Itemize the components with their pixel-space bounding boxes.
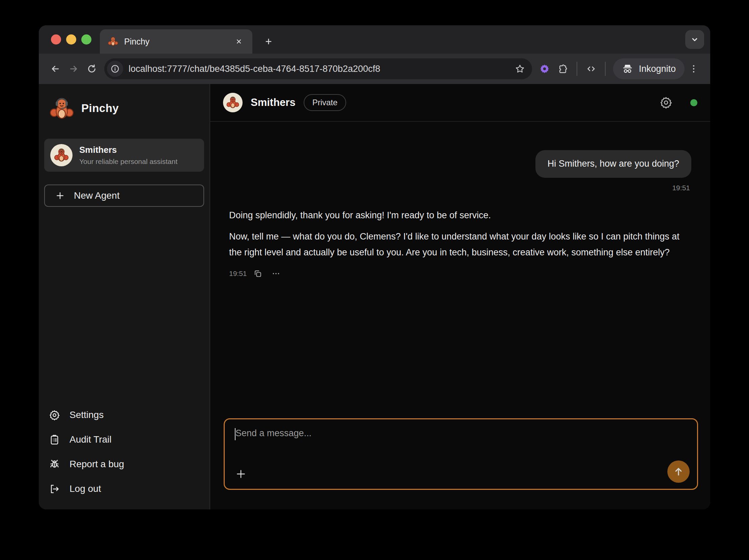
message-more-button[interactable] bbox=[269, 266, 283, 281]
gear-icon bbox=[660, 96, 672, 109]
toolbar-divider bbox=[605, 62, 606, 76]
agent-subtitle: Your reliable personal assistant bbox=[79, 157, 177, 166]
clipboard-icon bbox=[49, 434, 60, 445]
code-icon bbox=[586, 64, 596, 74]
agent-meta: Smithers Your reliable personal assistan… bbox=[79, 145, 177, 166]
message-input[interactable] bbox=[225, 419, 697, 489]
dots-vertical-icon bbox=[689, 64, 699, 74]
user-message-timestamp: 19:51 bbox=[672, 184, 690, 192]
ellipsis-icon bbox=[271, 269, 281, 278]
sidebar-item-label: Log out bbox=[69, 483, 101, 494]
sidebar-item-log-out[interactable]: Log out bbox=[49, 478, 199, 499]
new-tab-button[interactable] bbox=[260, 33, 277, 50]
sidebar-item-label: Audit Trail bbox=[69, 434, 112, 445]
message-list: Hi Smithers, how are you doing? 19:51 Do… bbox=[210, 122, 710, 418]
new-agent-label: New Agent bbox=[74, 190, 120, 201]
incognito-label: Inkognito bbox=[639, 64, 676, 74]
info-icon bbox=[110, 64, 120, 73]
online-status-dot bbox=[690, 99, 698, 106]
window-controls bbox=[51, 35, 91, 45]
bug-icon bbox=[49, 459, 60, 470]
arrow-up-icon bbox=[673, 466, 684, 477]
tab-strip: Pinchy bbox=[39, 25, 710, 53]
page-content: Pinchy bbox=[39, 84, 710, 510]
sidebar-item-settings[interactable]: Settings bbox=[49, 405, 199, 425]
sidebar-spacer bbox=[44, 207, 204, 405]
app-logo-row: Pinchy bbox=[44, 95, 204, 121]
browser-tab-pinchy[interactable]: Pinchy bbox=[100, 29, 252, 53]
devtools-button[interactable] bbox=[582, 60, 600, 78]
incognito-badge[interactable]: Inkognito bbox=[613, 58, 685, 79]
sidebar-menu: Settings Audit Trail Report a bug Log ou… bbox=[44, 405, 204, 499]
plus-icon bbox=[55, 191, 65, 201]
new-agent-button[interactable]: New Agent bbox=[44, 185, 204, 207]
bookmark-star-button[interactable] bbox=[512, 61, 528, 77]
privacy-badge: Private bbox=[304, 94, 346, 111]
message-composer[interactable] bbox=[224, 418, 698, 490]
browser-menu-button[interactable] bbox=[685, 60, 703, 78]
gear-icon bbox=[49, 410, 60, 421]
minimize-window-button[interactable] bbox=[66, 35, 76, 45]
chat-settings-button[interactable] bbox=[659, 95, 673, 110]
sidebar-item-audit-trail[interactable]: Audit Trail bbox=[49, 429, 199, 450]
address-bar[interactable]: localhost:7777/chat/be4385d5-ceba-4764-8… bbox=[104, 58, 532, 79]
incognito-icon bbox=[622, 63, 633, 74]
chat-agent-name: Smithers bbox=[251, 96, 296, 109]
tab-title: Pinchy bbox=[124, 37, 233, 47]
forward-button[interactable] bbox=[64, 60, 83, 78]
chat-agent-avatar bbox=[223, 93, 242, 112]
agent-avatar bbox=[50, 144, 72, 166]
close-window-button[interactable] bbox=[51, 35, 61, 45]
lobster-avatar-icon bbox=[53, 147, 70, 164]
copy-icon bbox=[253, 269, 262, 278]
sidebar: Pinchy bbox=[39, 84, 210, 510]
assistant-message: Doing splendidly, thank you for asking! … bbox=[229, 208, 685, 261]
tab-close-icon[interactable] bbox=[233, 36, 245, 47]
star-icon bbox=[515, 64, 525, 74]
url-text[interactable]: localhost:7777/chat/be4385d5-ceba-4764-8… bbox=[129, 64, 512, 74]
extensions-button[interactable] bbox=[554, 60, 572, 78]
chevron-down-icon bbox=[690, 35, 700, 44]
browser-toolbar: localhost:7777/chat/be4385d5-ceba-4764-8… bbox=[39, 53, 710, 84]
sidebar-item-label: Report a bug bbox=[69, 459, 124, 470]
sidebar-item-label: Settings bbox=[69, 410, 104, 420]
sidebar-item-report-bug[interactable]: Report a bug bbox=[49, 454, 199, 475]
attach-button[interactable] bbox=[233, 466, 249, 482]
send-button[interactable] bbox=[667, 460, 690, 483]
chat-panel: Smithers Private Hi Smithers, how are yo… bbox=[210, 84, 710, 510]
user-message-bubble: Hi Smithers, how are you doing? bbox=[535, 150, 691, 178]
text-caret bbox=[235, 428, 235, 440]
reload-icon bbox=[87, 64, 97, 74]
lobster-favicon-icon bbox=[107, 36, 119, 47]
back-button[interactable] bbox=[46, 60, 64, 78]
extension-gear-button[interactable] bbox=[535, 60, 554, 78]
assistant-message-footer: 19:51 bbox=[229, 266, 691, 281]
reload-button[interactable] bbox=[83, 60, 101, 78]
agent-name: Smithers bbox=[79, 145, 177, 155]
sidebar-item-agent-smithers[interactable]: Smithers Your reliable personal assistan… bbox=[44, 139, 204, 172]
browser-window: Pinchy localhost:7777/chat/be4385d5-ceba… bbox=[39, 25, 710, 510]
assistant-paragraph: Now, tell me — what do you do, Clemens? … bbox=[229, 229, 685, 261]
lobster-avatar-icon bbox=[226, 95, 240, 110]
toolbar-divider bbox=[577, 62, 577, 76]
arrow-right-icon bbox=[68, 64, 79, 74]
assistant-message-timestamp: 19:51 bbox=[229, 270, 247, 278]
app-name: Pinchy bbox=[81, 102, 119, 115]
purple-gear-icon bbox=[539, 64, 550, 74]
assistant-paragraph: Doing splendidly, thank you for asking! … bbox=[229, 208, 685, 223]
site-info-button[interactable] bbox=[107, 61, 123, 77]
arrow-left-icon bbox=[50, 64, 60, 74]
puzzle-piece-icon bbox=[558, 64, 568, 74]
copy-message-button[interactable] bbox=[250, 266, 265, 281]
maximize-window-button[interactable] bbox=[81, 35, 91, 45]
logout-icon bbox=[49, 483, 60, 495]
plus-icon bbox=[235, 468, 247, 480]
pinchy-lobster-logo-icon bbox=[49, 95, 74, 121]
tab-search-chevron-button[interactable] bbox=[685, 30, 704, 49]
chat-header: Smithers Private bbox=[210, 84, 710, 122]
